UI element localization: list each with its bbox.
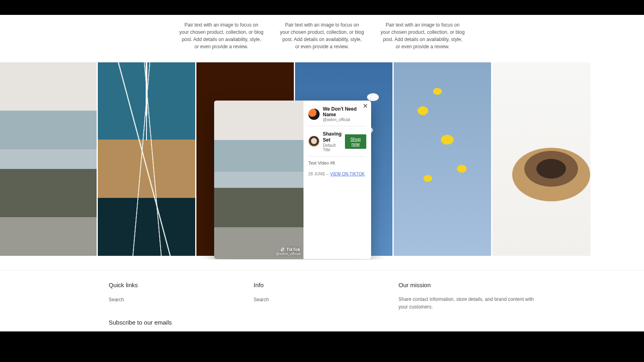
post-meta: 28 JUNE – VIEW ON TIKTOK xyxy=(308,165,366,176)
product-row: Shaving Set Default Title Shop now xyxy=(308,126,366,156)
popup-info-panel: ✕ We Don't Need Name @wdnn_official Shav… xyxy=(303,101,371,259)
product-thumbnail xyxy=(308,136,320,147)
tiktok-watermark: TikTok @wdnn_official xyxy=(276,247,300,256)
image-gallery: TikTok @wdnn_official ✕ We Don't Need Na… xyxy=(0,62,644,259)
profile-name: We Don't Need Name xyxy=(323,106,366,117)
video-title: Test Video #6 xyxy=(308,156,366,165)
avatar xyxy=(308,109,320,120)
gallery-tile[interactable] xyxy=(394,62,491,256)
product-title: Shaving Set xyxy=(323,131,342,143)
footer-link-search[interactable]: Search xyxy=(109,297,124,302)
subscribe-title: Subscribe to our emails xyxy=(109,319,535,326)
footer-col-title: Our mission xyxy=(398,282,535,288)
footer-quick-links: Quick links Search xyxy=(109,282,246,311)
letterbox-top xyxy=(0,0,644,15)
promo-row: Pair text with an image to focus on your… xyxy=(0,15,644,62)
view-on-tiktok-link[interactable]: VIEW ON TIKTOK xyxy=(330,172,365,176)
footer-mission: Our mission Share contact information, s… xyxy=(398,282,535,311)
meta-separator: – xyxy=(325,172,330,176)
footer-info: Info Search xyxy=(254,282,390,311)
gallery-tile[interactable] xyxy=(98,62,195,256)
footer-col-title: Quick links xyxy=(109,282,246,288)
tiktok-popup-card: TikTok @wdnn_official ✕ We Don't Need Na… xyxy=(214,101,371,259)
promo-col-2: Pair text with an image to focus on your… xyxy=(280,21,364,50)
promo-col-1: Pair text with an image to focus on your… xyxy=(179,21,264,50)
post-date: 28 JUNE xyxy=(308,172,325,176)
popup-video-preview[interactable]: TikTok @wdnn_official xyxy=(214,101,303,259)
product-variant: Default Title xyxy=(323,143,342,152)
footer-mission-text: Share contact information, store details… xyxy=(398,296,535,311)
shop-now-button[interactable]: Shop now xyxy=(345,134,366,149)
footer: Quick links Search Info Search Our missi… xyxy=(0,270,644,329)
footer-col-title: Info xyxy=(254,282,390,288)
profile-header[interactable]: We Don't Need Name @wdnn_official xyxy=(308,106,366,126)
footer-link-search[interactable]: Search xyxy=(254,297,269,302)
gallery-tile[interactable] xyxy=(492,62,590,256)
gallery-tile[interactable] xyxy=(0,62,97,256)
tiktok-brand-text: TikTok xyxy=(287,247,300,252)
tiktok-icon xyxy=(280,247,285,252)
profile-handle: @wdnn_official xyxy=(323,117,366,122)
letterbox-bottom xyxy=(0,331,644,362)
subscribe-section: Subscribe to our emails xyxy=(109,319,535,329)
tiktok-handle-text: @wdnn_official xyxy=(276,252,300,256)
close-button[interactable]: ✕ xyxy=(363,103,368,109)
promo-col-3: Pair text with an image to focus on your… xyxy=(380,21,465,50)
